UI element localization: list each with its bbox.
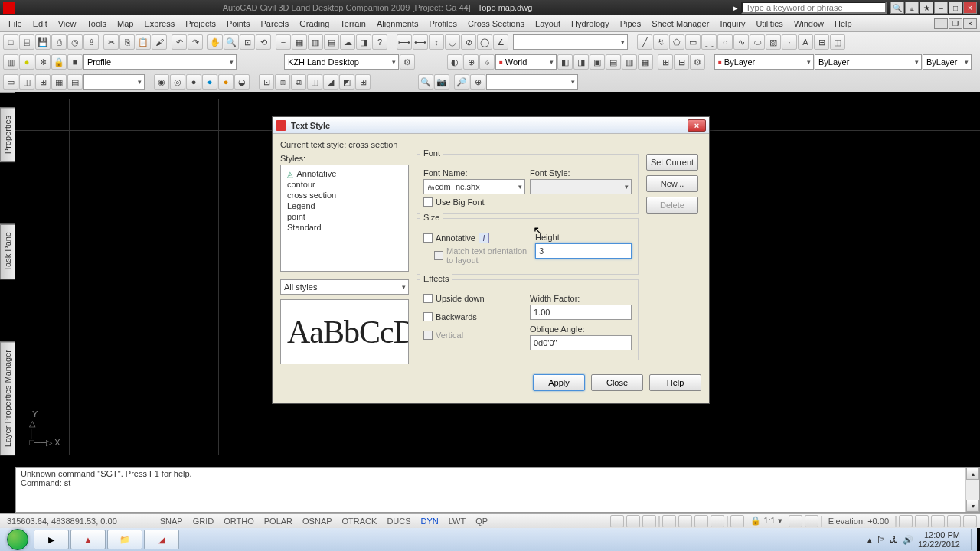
width-factor-input[interactable]: 1.00	[530, 305, 632, 320]
draw-spline-icon[interactable]: ∿	[733, 34, 749, 50]
menu-file[interactable]: File	[3, 18, 28, 30]
new-style-button[interactable]: New...	[646, 175, 698, 192]
sheet-set-icon[interactable]: ▤	[324, 34, 339, 50]
taskbar-autocad[interactable]: ▲	[70, 530, 106, 549]
snap-toggle[interactable]: SNAP	[156, 515, 187, 527]
draw-circle-icon[interactable]: ○	[717, 34, 733, 50]
viewport-3-icon[interactable]: ⊞	[35, 74, 51, 90]
layer-lock-icon[interactable]: 🔒	[51, 54, 67, 70]
match-icon[interactable]: 🖌	[152, 34, 167, 50]
tool-palette-icon[interactable]: ▥	[308, 34, 323, 50]
draw-hatch-icon[interactable]: ▨	[766, 34, 781, 50]
render-1-icon[interactable]: ◉	[154, 74, 169, 90]
menu-window[interactable]: Window	[789, 18, 829, 30]
markup-icon[interactable]: ☁	[340, 34, 355, 50]
workspace-switch-icon[interactable]	[899, 515, 913, 527]
clean-screen-icon[interactable]	[963, 515, 977, 527]
dim-6-icon[interactable]: ◯	[477, 34, 492, 50]
new-icon[interactable]: □	[3, 34, 18, 50]
ucs-7-icon[interactable]: ▤	[606, 54, 621, 70]
layer-properties-palette-tab[interactable]: Layer Properties Manager	[0, 341, 15, 455]
render-5-icon[interactable]: ●	[218, 74, 234, 90]
viewport-scale-dropdown[interactable]	[83, 74, 145, 90]
polar-toggle[interactable]: POLAR	[260, 515, 296, 527]
render-6-icon[interactable]: ◒	[234, 74, 250, 90]
lineweight-dropdown[interactable]: ByLayer	[923, 54, 972, 70]
mod-7-icon[interactable]: ⊞	[355, 74, 371, 90]
anno-vis-icon[interactable]	[789, 515, 802, 527]
pan-icon[interactable]: ✋	[207, 34, 223, 50]
menu-inquiry[interactable]: Inquiry	[714, 18, 750, 30]
menu-help[interactable]: Help	[829, 18, 858, 30]
doc-restore-button[interactable]: ❐	[949, 18, 962, 29]
menu-alignments[interactable]: Alignments	[371, 18, 423, 30]
draw-poly-icon[interactable]: ⬠	[669, 34, 684, 50]
linetype-dropdown[interactable]: ByLayer	[815, 54, 922, 70]
anno-scale-readout[interactable]: 🔒 1:1 ▾	[746, 514, 786, 527]
tray-network-icon[interactable]: 🖧	[890, 535, 898, 544]
otrack-toggle[interactable]: OTRACK	[338, 515, 381, 527]
start-button[interactable]	[3, 528, 32, 551]
style-item-annotative[interactable]: ◬ Annotative	[286, 168, 403, 179]
dialog-titlebar[interactable]: Text Style ×	[273, 117, 709, 134]
doc-close-button[interactable]: ×	[963, 18, 977, 29]
oblique-angle-input[interactable]: 0d0'0"	[530, 335, 632, 350]
isolate-icon[interactable]	[947, 515, 961, 527]
scroll-up-icon[interactable]: ▴	[966, 468, 979, 480]
display-lock-icon[interactable]	[915, 515, 929, 527]
menu-utilities[interactable]: Utilities	[750, 18, 788, 30]
mod-4-icon[interactable]: ◫	[307, 74, 322, 90]
cmd-scrollbar[interactable]: ▴ ▾	[965, 468, 979, 512]
draw-arc-icon[interactable]: ‿	[701, 34, 717, 50]
ucs-8-icon[interactable]: ▥	[622, 54, 637, 70]
draw-pline-icon[interactable]: ↯	[653, 34, 668, 50]
mod-5-icon[interactable]: ◪	[323, 74, 338, 90]
draw-point-icon[interactable]: ·	[782, 34, 797, 50]
dim-2-icon[interactable]: ⟷	[413, 34, 428, 50]
tray-clock[interactable]: 12:00 PM 12/22/2012	[918, 530, 966, 549]
help-icon[interactable]: ?	[372, 34, 387, 50]
menu-parcels[interactable]: Parcels	[256, 18, 295, 30]
font-name-dropdown[interactable]: 🗛 cdm_nc.shx	[423, 179, 525, 194]
mod-6-icon[interactable]: ◩	[339, 74, 354, 90]
save-icon[interactable]: 💾	[35, 34, 51, 50]
lwt-toggle[interactable]: LWT	[445, 515, 469, 527]
info-icon[interactable]: i	[479, 233, 489, 243]
comm-center-icon[interactable]: ⟁	[905, 2, 919, 14]
dyn-toggle[interactable]: DYN	[417, 515, 443, 527]
tray-volume-icon[interactable]: 🔊	[903, 535, 913, 545]
menu-grading[interactable]: Grading	[294, 18, 335, 30]
zoom-prev-icon[interactable]: ⟲	[256, 34, 271, 50]
dialog-close-button[interactable]: ×	[688, 119, 706, 132]
tray-action-icon[interactable]: 🏳	[877, 535, 885, 544]
taskbar-media-player[interactable]: ▶	[34, 530, 69, 549]
world-dropdown[interactable]: World	[495, 54, 557, 70]
redo-icon[interactable]: ↷	[188, 34, 203, 50]
backwards-checkbox[interactable]: Backwards	[423, 312, 525, 321]
ucs-9-icon[interactable]: ▦	[638, 54, 653, 70]
ducs-toggle[interactable]: DUCS	[383, 515, 414, 527]
menu-view[interactable]: View	[53, 18, 82, 30]
layer-color-dropdown[interactable]: ByLayer	[714, 54, 814, 70]
properties-palette-tab[interactable]: Properties	[0, 107, 15, 162]
paste-icon[interactable]: 📋	[136, 34, 151, 50]
workspace-gear-icon[interactable]: ⚙	[400, 54, 415, 70]
calc-icon[interactable]: ◨	[356, 34, 371, 50]
search-input[interactable]	[741, 2, 887, 14]
ucs-6-icon[interactable]: ▣	[590, 54, 605, 70]
wheel-status-icon[interactable]	[694, 515, 708, 527]
ucs-2-icon[interactable]: ⊕	[463, 54, 479, 70]
tray-expand-icon[interactable]: ▴	[867, 535, 872, 545]
menu-map[interactable]: Map	[112, 18, 139, 30]
design-center-icon[interactable]: ▦	[292, 34, 307, 50]
layer-color-icon[interactable]: ■	[67, 54, 83, 70]
ref-1-icon[interactable]: ⊞	[658, 54, 673, 70]
draw-rect-icon[interactable]: ▭	[685, 34, 701, 50]
close-button[interactable]: ×	[963, 2, 977, 14]
preview-icon[interactable]: ◎	[67, 34, 83, 50]
style-item-cross-section[interactable]: cross section	[286, 190, 403, 201]
menu-profiles[interactable]: Profiles	[423, 18, 462, 30]
task-pane-palette-tab[interactable]: Task Pane	[0, 223, 15, 279]
zoom-dropdown[interactable]	[486, 74, 578, 90]
undo-icon[interactable]: ↶	[172, 34, 187, 50]
